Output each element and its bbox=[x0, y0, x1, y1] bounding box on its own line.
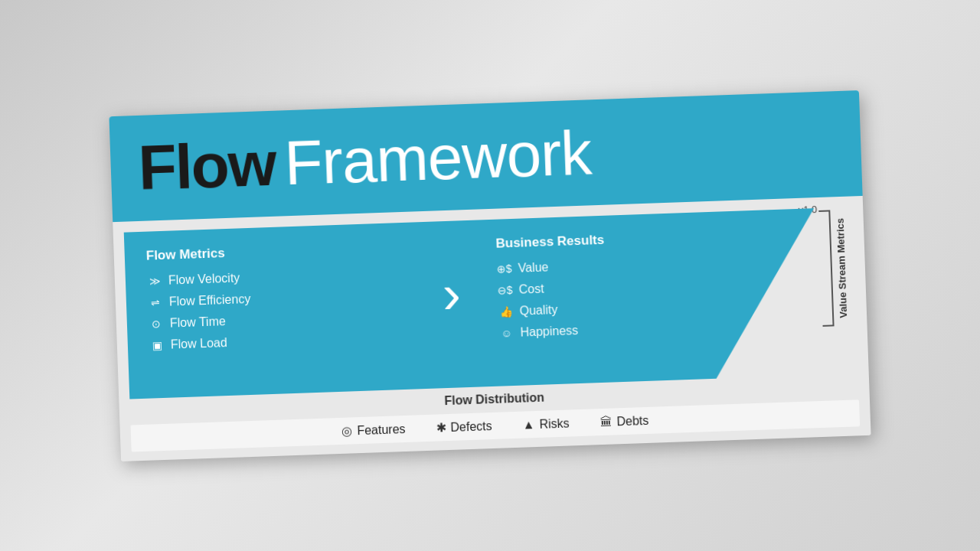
quality-label: Quality bbox=[519, 302, 557, 318]
card-wrapper: Flow Framework TM v1.0 Flow Metrics ≫ bbox=[109, 90, 871, 461]
cost-label: Cost bbox=[518, 282, 544, 296]
flow-efficiency-label: Flow Efficiency bbox=[169, 292, 251, 308]
title-flow: Flow bbox=[137, 132, 276, 199]
flow-metrics-title: Flow Metrics bbox=[145, 239, 403, 263]
list-item: ≫ Flow Velocity bbox=[147, 265, 405, 288]
happiness-icon: ☺ bbox=[498, 326, 514, 339]
list-item: ▲ Risks bbox=[522, 416, 570, 432]
cost-icon: ⊖$ bbox=[497, 283, 513, 296]
list-item: ⊕$ Value bbox=[496, 253, 754, 276]
flow-velocity-icon: ≫ bbox=[147, 274, 163, 287]
list-item: ◎ Features bbox=[341, 421, 406, 438]
list-item: ⊖$ Cost bbox=[497, 274, 755, 297]
main-panel: Flow Metrics ≫ Flow Velocity ⇌ Flow Effi… bbox=[124, 208, 820, 399]
content-area: Flow Metrics ≫ Flow Velocity ⇌ Flow Effi… bbox=[113, 195, 868, 399]
flow-load-icon: ▣ bbox=[149, 338, 165, 351]
trademark-symbol: TM bbox=[589, 90, 614, 104]
flow-metrics-section: Flow Metrics ≫ Flow Velocity ⇌ Flow Effi… bbox=[145, 239, 423, 360]
business-results-section: Business Results ⊕$ Value ⊖$ Cost 👍 Qual… bbox=[480, 227, 757, 347]
list-item: ▣ Flow Load bbox=[149, 329, 407, 352]
flow-velocity-label: Flow Velocity bbox=[168, 271, 240, 287]
debts-label: Debts bbox=[616, 413, 648, 428]
title-framework: Framework bbox=[283, 121, 593, 194]
value-label: Value bbox=[518, 260, 548, 275]
quality-icon: 👍 bbox=[498, 305, 514, 318]
features-icon: ◎ bbox=[341, 423, 353, 438]
flow-load-label: Flow Load bbox=[171, 336, 227, 352]
risks-icon: ▲ bbox=[522, 417, 534, 432]
chevron-area: › bbox=[419, 236, 484, 350]
flow-time-icon: ⊙ bbox=[149, 317, 165, 330]
list-item: ✱ Defects bbox=[436, 419, 492, 435]
main-card: Flow Framework TM v1.0 Flow Metrics ≫ bbox=[109, 90, 871, 461]
debts-icon: 🏛 bbox=[599, 415, 612, 429]
risks-label: Risks bbox=[539, 416, 570, 431]
defects-icon: ✱ bbox=[436, 420, 446, 435]
list-item: ☺ Happiness bbox=[498, 317, 756, 340]
body: v1.0 Flow Metrics ≫ Flow Velocity ⇌ Flow… bbox=[113, 195, 871, 461]
value-icon: ⊕$ bbox=[496, 262, 512, 275]
features-label: Features bbox=[357, 422, 406, 437]
flow-time-label: Flow Time bbox=[170, 315, 226, 331]
header-title: Flow Framework TM bbox=[137, 112, 834, 200]
list-item: ⊙ Flow Time bbox=[149, 308, 407, 331]
flow-efficiency-icon: ⇌ bbox=[148, 295, 164, 308]
side-bracket: Value Stream Metrics bbox=[814, 207, 858, 375]
list-item: ⇌ Flow Efficiency bbox=[148, 286, 406, 309]
defects-label: Defects bbox=[450, 419, 492, 434]
business-results-title: Business Results bbox=[495, 227, 753, 251]
chevron-right-icon: › bbox=[442, 266, 462, 321]
framework-tm-container: Framework TM bbox=[283, 120, 616, 194]
list-item: 🏛 Debts bbox=[599, 412, 648, 429]
happiness-label: Happiness bbox=[520, 324, 578, 340]
list-item: 👍 Quality bbox=[498, 295, 756, 318]
